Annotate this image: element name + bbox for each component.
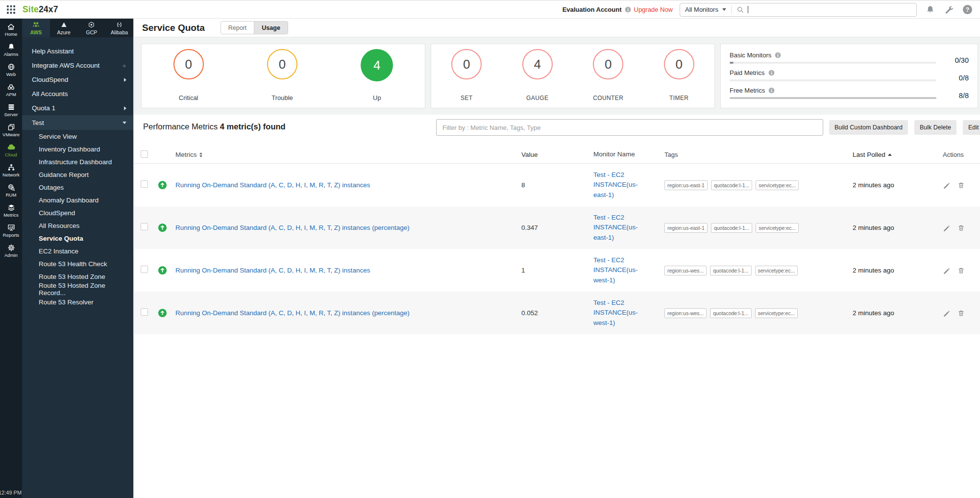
tag-chip[interactable]: quotacode:l-1...	[710, 266, 751, 275]
chevron-down-icon	[722, 8, 726, 11]
rail-item-alarms[interactable]: Alarms	[0, 43, 22, 57]
metric-filter-input[interactable]	[436, 119, 823, 136]
tag-chip[interactable]: quotacode:l-1...	[711, 223, 752, 233]
sidebar-item-route53-hosted-zone-record[interactable]: Route 53 Hosted Zone Record...	[22, 283, 133, 296]
sidebar-item-guidance-report[interactable]: Guidance Report	[22, 168, 133, 181]
metric-value: 8	[512, 181, 578, 189]
monitor-link[interactable]: Test - EC2 INSTANCE(us-east-1)	[593, 213, 649, 243]
edit-pencil-icon[interactable]	[943, 224, 950, 231]
monitor-link[interactable]: Test - EC2 INSTANCE(us-west-1)	[593, 298, 649, 328]
edit-pencil-icon[interactable]	[943, 309, 950, 317]
delete-trash-icon[interactable]	[957, 267, 965, 274]
row-checkbox[interactable]	[141, 308, 148, 316]
bulk-delete-button[interactable]: Bulk Delete	[914, 120, 956, 135]
rail-item-admin[interactable]: Admin	[0, 244, 22, 258]
up-label: Up	[373, 94, 381, 101]
metric-value: 0.347	[512, 224, 578, 231]
search-input[interactable]	[748, 5, 911, 14]
sidebar-item-ec2-instance[interactable]: EC2 Instance	[22, 245, 133, 257]
last-polled-column-header[interactable]: Last Polled	[835, 151, 923, 158]
tag-chip[interactable]: servicetype:ec...	[755, 308, 798, 318]
tag-chip[interactable]: quotacode:l-1...	[710, 308, 751, 318]
monitor-filter-dropdown[interactable]: All Monitors	[685, 6, 726, 13]
sidebar-item-inventory-dashboard[interactable]: Inventory Dashboard	[22, 143, 133, 155]
apps-grid-icon[interactable]	[6, 5, 16, 15]
sort-icon	[199, 152, 202, 157]
tag-chip[interactable]: servicetype:ec...	[755, 266, 798, 275]
select-all-checkbox[interactable]	[141, 150, 148, 158]
sidebar-item-cloudspend-child[interactable]: CloudSpend	[22, 206, 133, 219]
delete-trash-icon[interactable]	[957, 224, 965, 232]
help-icon[interactable]: ?	[963, 5, 972, 14]
rail-item-web[interactable]: Web	[0, 63, 22, 77]
rail-item-cloud[interactable]: Cloud	[0, 143, 22, 157]
tag-chip[interactable]: region:us-wes...	[664, 308, 707, 318]
azure-icon	[60, 21, 68, 28]
sidebar-item-route53-health-check[interactable]: Route 53 Health Check	[22, 257, 133, 270]
row-checkbox[interactable]	[141, 223, 148, 230]
up-stat: 4 Up	[361, 44, 393, 108]
tag-chip[interactable]: servicetype:ec...	[756, 180, 799, 190]
rail-item-server[interactable]: Server	[0, 103, 22, 117]
tab-azure[interactable]: Azure	[50, 19, 78, 37]
rail-item-network[interactable]: Network	[0, 163, 22, 177]
sidebar-item-help-assistant[interactable]: Help Assistant	[22, 44, 133, 58]
rail-item-home[interactable]: Home	[0, 23, 22, 37]
info-icon[interactable]	[768, 87, 775, 94]
sidebar-item-infrastructure-dashboard[interactable]: Infrastructure Dashboard	[22, 155, 133, 168]
tag-chip[interactable]: region:us-wes...	[664, 266, 707, 275]
tag-chip[interactable]: region:us-east-1	[664, 180, 708, 190]
delete-trash-icon[interactable]	[957, 181, 965, 189]
tab-alibaba[interactable]: Alibaba	[105, 19, 133, 37]
tag-chip[interactable]: region:us-east-1	[664, 223, 708, 233]
rail-item-rum[interactable]: RUM	[0, 183, 22, 198]
edit-pencil-icon[interactable]	[943, 181, 950, 189]
row-checkbox[interactable]	[141, 180, 148, 188]
evaluation-account-label: Evaluation Account	[563, 6, 622, 13]
sidebar-item-cloudspend[interactable]: CloudSpend	[22, 73, 133, 87]
rail-item-apm[interactable]: APM	[0, 83, 22, 97]
counter-count-circle: 0	[593, 49, 623, 79]
build-custom-dashboard-button[interactable]: Build Custom Dashboard	[829, 120, 908, 135]
metric-types-card: 0 SET 4 GAUGE 0 COUNTER 0 TIMER	[431, 44, 715, 108]
sidebar-item-test[interactable]: Test	[22, 115, 133, 130]
edit-pencil-icon[interactable]	[943, 267, 950, 274]
sidebar-item-all-accounts[interactable]: All Accounts	[22, 87, 133, 101]
sidebar-item-service-view[interactable]: Service View	[22, 130, 133, 143]
sidebar-item-route53-hosted-zone[interactable]: Route 53 Hosted Zone	[22, 270, 133, 283]
evaluation-info-icon[interactable]	[625, 6, 631, 13]
sidebar-item-quota-1[interactable]: Quota 1	[22, 101, 133, 115]
alarm-bell-icon[interactable]	[926, 5, 935, 14]
monitor-link[interactable]: Test - EC2 INSTANCE(us-west-1)	[593, 255, 649, 285]
rail-item-metrics[interactable]: Metrics	[0, 203, 22, 218]
rail-item-reports[interactable]: Reports	[0, 224, 22, 238]
tag-chip[interactable]: servicetype:ec...	[756, 223, 799, 233]
info-icon[interactable]	[775, 52, 781, 58]
toggle-usage-button[interactable]: Usage	[254, 22, 288, 34]
tag-chip[interactable]: quotacode:l-1...	[711, 180, 752, 190]
rail-item-vmware[interactable]: VMware	[0, 123, 22, 137]
metric-link[interactable]: Running On-Demand Standard (A, C, D, H, …	[175, 309, 410, 317]
sidebar-item-service-quota[interactable]: Service Quota	[22, 232, 133, 245]
sidebar-item-integrate-aws-account[interactable]: Integrate AWS Account +	[22, 58, 133, 73]
toggle-report-button[interactable]: Report	[221, 22, 254, 34]
site24x7-logo[interactable]: Site24x7	[23, 4, 58, 15]
wrench-icon[interactable]	[944, 5, 954, 14]
tab-aws[interactable]: AWS	[22, 19, 50, 37]
table-row: Running On-Demand Standard (A, C, D, H, …	[134, 249, 980, 292]
monitor-link[interactable]: Test - EC2 INSTANCE(us-east-1)	[593, 170, 649, 200]
metrics-column-header[interactable]: Metrics	[175, 151, 512, 158]
metric-link[interactable]: Running On-Demand Standard (A, C, D, H, …	[175, 181, 370, 189]
delete-trash-icon[interactable]	[957, 309, 965, 317]
sidebar-item-route53-resolver[interactable]: Route 53 Resolver	[22, 296, 133, 308]
sidebar-item-all-resources[interactable]: All Resources	[22, 219, 133, 232]
upgrade-now-link[interactable]: Upgrade Now	[634, 6, 673, 13]
sidebar-item-outages[interactable]: Outages	[22, 181, 133, 194]
row-checkbox[interactable]	[141, 266, 148, 273]
metric-link[interactable]: Running On-Demand Standard (A, C, D, H, …	[175, 267, 370, 274]
metric-link[interactable]: Running On-Demand Standard (A, C, D, H, …	[175, 224, 410, 231]
edit-threshold-button[interactable]: Edit Thre	[963, 120, 980, 135]
info-icon[interactable]	[768, 70, 775, 76]
tab-gcp[interactable]: GCP	[78, 19, 106, 37]
sidebar-item-anomaly-dashboard[interactable]: Anomaly Dashboard	[22, 194, 133, 206]
